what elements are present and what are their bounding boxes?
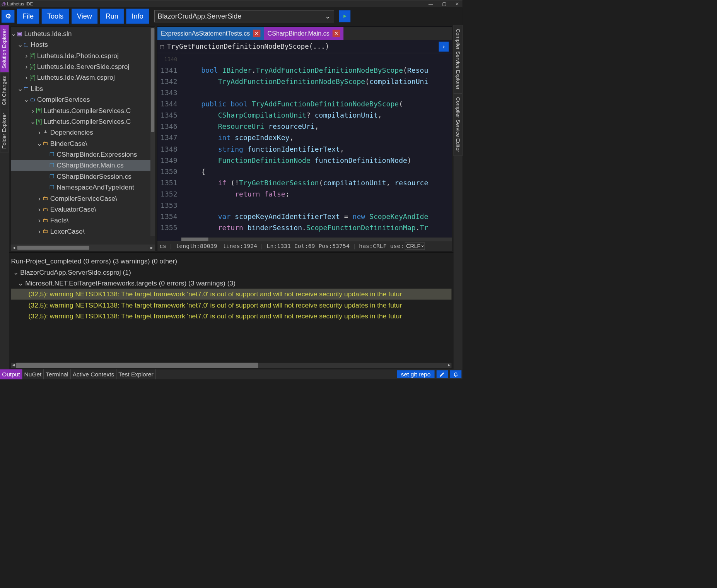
chevron-icon: ⌄ (30, 116, 36, 127)
tab-label: ExpressionAsStatementTests.cs (161, 30, 250, 37)
ico-fld-icon: 🗀 (23, 83, 29, 94)
chevron-icon: ⌄ (17, 83, 23, 94)
chevron-icon: › (24, 72, 29, 83)
output-targets[interactable]: Microsoft.NET.EolTargetFrameworks.target… (25, 279, 236, 287)
window-maximize[interactable]: ▢ (440, 1, 448, 7)
ico-sln-icon: ▣ (16, 28, 23, 39)
tree-row[interactable]: ›[#]Luthetus.Ide.ServerSide.csproj (11, 61, 155, 72)
notifications-button[interactable] (450, 370, 462, 378)
code-editor[interactable]: 1340134113421343134413451346134713481349… (157, 53, 452, 241)
status-eol-select[interactable]: CRLF (405, 243, 425, 250)
play-icon (342, 14, 347, 19)
tree-row[interactable]: ›[#]Luthetus.Ide.Photino.csproj (11, 50, 155, 61)
bottom-tab-active-contexts[interactable]: Active Contexts (71, 369, 117, 379)
tree-row[interactable]: ›ᚆDependencies (11, 127, 155, 138)
rail-tab-compiler-service-editor[interactable]: Compiler Service Editor (454, 93, 463, 156)
tree-label: Dependencies (50, 127, 93, 138)
status-ext: cs (159, 243, 166, 250)
tree-label: LexerCase\ (50, 226, 85, 237)
menu-view[interactable]: View (72, 9, 97, 24)
tree-row[interactable]: ❐CSharpBinderSession.cs (11, 171, 155, 182)
ico-cs-icon: ❐ (49, 182, 55, 193)
tree-label: BinderCase\ (50, 138, 87, 149)
menu-file[interactable]: File (17, 9, 39, 24)
ico-cs-icon: ❐ (49, 160, 55, 171)
tree-row[interactable]: ❐NamespaceAndTypeIdent (11, 182, 155, 193)
tree-row[interactable]: ⌄🗀Libs (11, 83, 155, 94)
set-git-repo-button[interactable]: set git repo (397, 370, 434, 378)
editor-statusbar: cs | length:80039 lines:1924 | Ln:1331 C… (157, 241, 452, 251)
app-icon: @ (2, 1, 6, 7)
settings-button[interactable]: ⚙ (2, 10, 15, 23)
bottom-tab-test-explorer[interactable]: Test Explorer (116, 369, 155, 379)
output-panel: Run-Project_completed (0 errors) (3 warn… (9, 252, 453, 369)
output-warning[interactable]: (32,5): warning NETSDK1138: The target f… (11, 300, 451, 311)
output-project[interactable]: BlazorCrudApp.ServerSide.csproj (1) (20, 268, 131, 276)
ico-csproj-icon: [#] (36, 105, 42, 116)
tree-row[interactable]: ⌄🗀BinderCase\ (11, 138, 155, 149)
ico-csproj-icon: [#] (29, 72, 36, 83)
tree-row[interactable]: ›[#]Luthetus.CompilerServices.C (11, 105, 155, 116)
window-minimize[interactable]: — (427, 1, 435, 7)
tree-label: Luthetus.Ide.Photino.csproj (37, 50, 119, 61)
rail-tab-solution-explorer[interactable]: Solution Explorer (0, 25, 9, 72)
tab-close-button[interactable]: ✕ (333, 30, 340, 37)
run-button[interactable] (339, 10, 350, 22)
tree-row[interactable]: ›🗀EvaluatorCase\ (11, 204, 155, 215)
editor-tab[interactable]: ExpressionAsStatementTests.cs✕ (157, 27, 264, 40)
tree-label: Luthetus.CompilerServices.C (44, 116, 131, 127)
code-content[interactable]: bool IBinder.TryAddFunctionDefinitionNod… (181, 53, 452, 241)
chevron-icon: › (24, 50, 29, 61)
tree-row[interactable]: ›🗀LexerCase\ (11, 226, 155, 237)
tree-row[interactable]: ⌄🗀Hosts (11, 39, 155, 50)
editor-tab[interactable]: CSharpBinder.Main.cs✕ (264, 27, 343, 40)
bell-icon (453, 371, 459, 377)
explorer-vscrollbar[interactable] (150, 28, 155, 236)
tab-close-button[interactable]: ✕ (253, 30, 260, 37)
ico-fld-icon: 🗀 (23, 39, 29, 50)
edit-button[interactable] (437, 370, 448, 378)
ico-fldo-icon: 🗀 (42, 215, 49, 226)
tree-label: CSharpBinder.Main.cs (56, 160, 123, 171)
chevron-icon: › (37, 226, 42, 237)
tree-row[interactable]: ❐CSharpBinder.Expressions (11, 149, 155, 160)
tree-row[interactable]: ⌄[#]Luthetus.CompilerServices.C (11, 116, 155, 127)
chevron-icon: ⌄ (11, 28, 16, 39)
menu-tools[interactable]: Tools (42, 9, 69, 24)
titlebar: @ Luthetus IDE — ▢ ✕ (0, 0, 463, 7)
menu-run[interactable]: Run (100, 9, 124, 24)
chevron-icon: › (37, 193, 42, 204)
tree-row[interactable]: ❐CSharpBinder.Main.cs (11, 160, 155, 171)
rail-tab-folder-explorer[interactable]: Folder Explorer (0, 109, 9, 152)
tree-label: Luthetus.Ide.ServerSide.csproj (37, 61, 129, 72)
tree-row[interactable]: ›🗀Facts\ (11, 215, 155, 226)
rail-tab-git-changes[interactable]: Git Changes (0, 72, 9, 109)
editor-breadcrumb[interactable]: ⬚ TryGetFunctionDefinitionNodeByScope(..… (157, 40, 452, 53)
chevron-icon: ⌄ (24, 94, 29, 105)
output-warning[interactable]: (32,5): warning NETSDK1138: The target f… (11, 311, 451, 321)
tree-row[interactable]: ⌄▣Luthetus.Ide.sln (11, 28, 155, 39)
ico-dep-icon: ᚆ (42, 127, 49, 138)
startup-project-select[interactable]: BlazorCrudApp.ServerSide ⌄ (154, 10, 334, 22)
bottom-tab-terminal[interactable]: Terminal (44, 369, 70, 379)
bottombar: OutputNuGetTerminalActive ContextsTest E… (0, 369, 463, 379)
breadcrumb-go-button[interactable]: › (439, 41, 449, 51)
tree-label: Luthetus.Ide.sln (24, 28, 72, 39)
menu-info[interactable]: Info (126, 9, 149, 24)
tree-row[interactable]: ›🗀CompilerServiceCase\ (11, 193, 155, 204)
tree-row[interactable]: ›[#]Luthetus.Ide.Wasm.csproj (11, 72, 155, 83)
rail-tab-compiler-service-explorer[interactable]: Compiler Service Explorer (454, 25, 463, 94)
tree-row[interactable]: ⌄🗀CompilerServices (11, 94, 155, 105)
output-hscrollbar[interactable]: ◄ ► (11, 363, 451, 368)
editor-hscrollbar[interactable] (181, 238, 452, 241)
ico-csproj-icon: [#] (29, 61, 36, 72)
window-title: Luthetus IDE (7, 1, 33, 7)
bottom-tab-output[interactable]: Output (0, 369, 22, 379)
line-gutter: 1340134113421343134413451346134713481349… (157, 53, 181, 241)
output-warning[interactable]: (32,5): warning NETSDK1138: The target f… (11, 289, 451, 299)
tree-label: Facts\ (50, 215, 68, 226)
explorer-hscrollbar[interactable]: ◄ ► (11, 244, 155, 251)
bottom-tab-nuget[interactable]: NuGet (22, 369, 44, 379)
status-eol-label: has:CRLF use: (359, 243, 404, 250)
window-close[interactable]: ✕ (453, 1, 461, 7)
